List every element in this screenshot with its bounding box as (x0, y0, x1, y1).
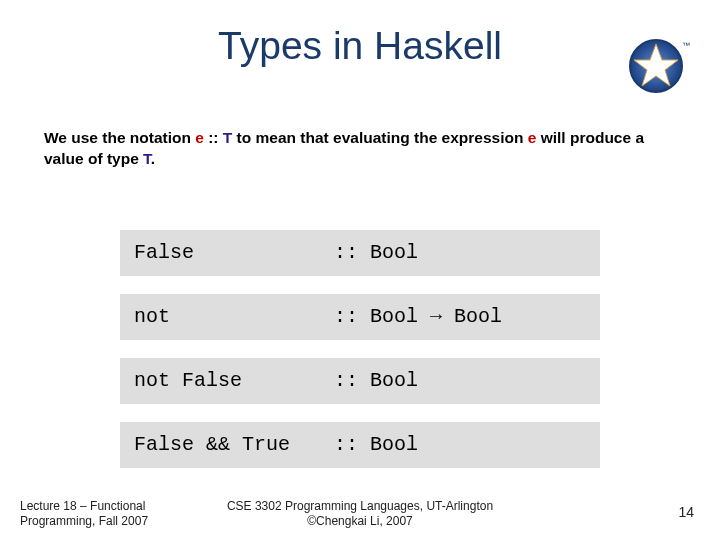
svg-text:™: ™ (682, 41, 690, 50)
intro-part2: to mean that evaluating the expression (232, 129, 527, 146)
intro-T2: T (143, 150, 151, 167)
example-rhs: :: Bool (334, 433, 586, 457)
footer-center-line2: ©Chengkai Li, 2007 (0, 514, 720, 528)
table-row: not False :: Bool (120, 358, 600, 404)
table-row: not :: Bool → Bool (120, 294, 600, 340)
example-lhs: False (134, 241, 334, 265)
slide: Types in Haskell ™ We use the notation e… (0, 0, 720, 540)
footer: Lecture 18 – Functional Programming, Fal… (0, 490, 720, 530)
uta-logo: ™ (626, 34, 690, 98)
example-lhs: False && True (134, 433, 334, 457)
footer-center: CSE 3302 Programming Languages, UT-Arlin… (0, 499, 720, 528)
example-rhs: :: Bool (334, 241, 586, 265)
example-rhs: :: Bool (334, 369, 586, 393)
page-number: 14 (678, 504, 694, 520)
intro-text: We use the notation e :: T to mean that … (44, 128, 676, 170)
examples-block: False :: Bool not :: Bool → Bool not Fal… (120, 230, 600, 486)
example-lhs: not (134, 305, 334, 329)
example-lhs: not False (134, 369, 334, 393)
intro-part1: We use the notation (44, 129, 195, 146)
intro-part4: . (151, 150, 155, 167)
table-row: False && True :: Bool (120, 422, 600, 468)
slide-title: Types in Haskell (0, 0, 720, 68)
intro-T1: T (223, 129, 232, 146)
footer-center-line1: CSE 3302 Programming Languages, UT-Arlin… (0, 499, 720, 513)
example-rhs: :: Bool → Bool (334, 305, 586, 329)
intro-sep1: :: (204, 129, 223, 146)
intro-e1: e (195, 129, 204, 146)
table-row: False :: Bool (120, 230, 600, 276)
